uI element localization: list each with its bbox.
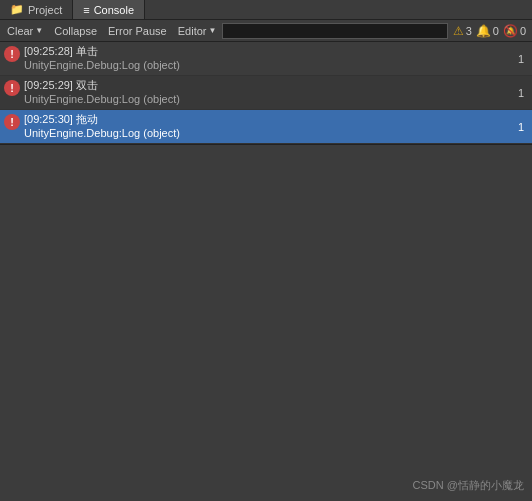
log-item[interactable]: ![09:25:29] 双击UnityEngine.Debug:Log (obj… (0, 76, 532, 110)
log-error-icon: ! (4, 46, 20, 62)
err2-badge[interactable]: 🔕 0 (503, 24, 526, 38)
editor-button[interactable]: Editor ▼ (173, 21, 222, 41)
watermark: CSDN @恬静的小魔龙 (413, 478, 524, 493)
tab-console-label: Console (94, 4, 134, 16)
warn-count: 3 (466, 25, 472, 37)
log-line1: [09:25:29] 双击 (24, 78, 514, 93)
log-item[interactable]: ![09:25:28] 单击UnityEngine.Debug:Log (obj… (0, 42, 532, 76)
log-count-badge: 1 (514, 119, 528, 135)
log-line2: UnityEngine.Debug:Log (object) (24, 93, 514, 105)
console-tab-icon: ≡ (83, 4, 89, 16)
log-line2: UnityEngine.Debug:Log (object) (24, 59, 514, 71)
tab-console[interactable]: ≡ Console (73, 0, 145, 19)
detail-pane (0, 144, 532, 374)
search-input[interactable] (222, 23, 447, 39)
toolbar: Clear ▼ Collapse Error Pause Editor ▼ ⚠ … (0, 20, 532, 42)
clear-dropdown-icon[interactable]: ▼ (35, 26, 43, 35)
tab-bar: 📁 Project ≡ Console (0, 0, 532, 20)
tab-project-label: Project (28, 4, 62, 16)
error-pause-button[interactable]: Error Pause (103, 21, 172, 41)
warn-icon: ⚠ (453, 24, 464, 38)
collapse-button[interactable]: Collapse (49, 21, 102, 41)
log-count-badge: 1 (514, 51, 528, 67)
clear-button[interactable]: Clear ▼ (2, 21, 48, 41)
log-error-icon: ! (4, 114, 20, 130)
err1-count: 0 (493, 25, 499, 37)
err1-icon: 🔔 (476, 24, 491, 38)
err2-count: 0 (520, 25, 526, 37)
project-tab-icon: 📁 (10, 3, 24, 16)
log-error-icon: ! (4, 80, 20, 96)
badge-group: ⚠ 3 🔔 0 🔕 0 (449, 24, 530, 38)
log-line2: UnityEngine.Debug:Log (object) (24, 127, 514, 139)
log-item[interactable]: ![09:25:30] 拖动UnityEngine.Debug:Log (obj… (0, 110, 532, 144)
err2-icon: 🔕 (503, 24, 518, 38)
log-count-badge: 1 (514, 85, 528, 101)
log-line1: [09:25:28] 单击 (24, 44, 514, 59)
editor-dropdown-icon[interactable]: ▼ (208, 26, 216, 35)
warn-badge[interactable]: ⚠ 3 (453, 24, 472, 38)
err1-badge[interactable]: 🔔 0 (476, 24, 499, 38)
tab-project[interactable]: 📁 Project (0, 0, 73, 19)
log-list: ![09:25:28] 单击UnityEngine.Debug:Log (obj… (0, 42, 532, 144)
log-line1: [09:25:30] 拖动 (24, 112, 514, 127)
